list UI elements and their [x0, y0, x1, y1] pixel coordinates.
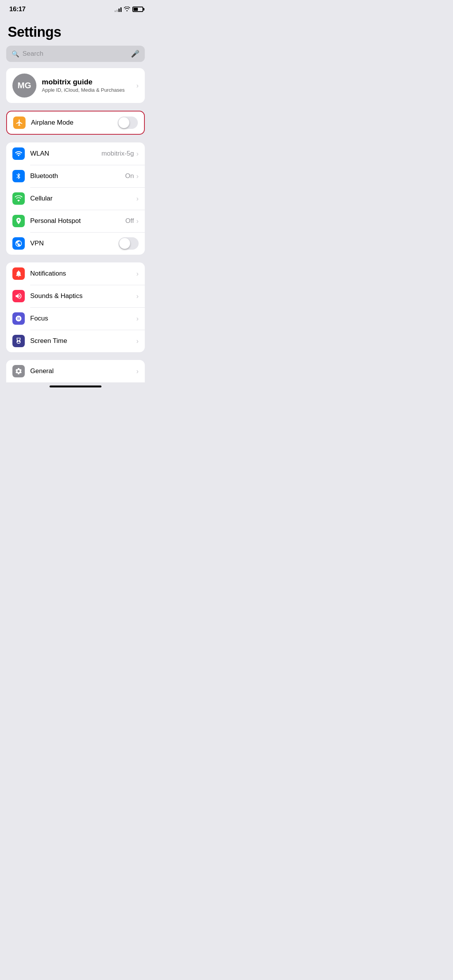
partial-section: General ›: [6, 360, 145, 382]
status-bar: 16:17: [0, 0, 151, 16]
search-container: 🔍 Search 🎤: [0, 46, 151, 68]
signal-bars-icon: [115, 7, 122, 12]
notifications-icon: [12, 267, 25, 280]
home-bar: [50, 385, 101, 387]
screentime-row[interactable]: Screen Time ›: [6, 330, 145, 352]
vpn-row[interactable]: VPN: [6, 232, 145, 255]
general-label: General: [30, 367, 136, 375]
account-section: MG mobitrix guide Apple ID, iCloud, Medi…: [6, 68, 145, 103]
vpn-icon: [12, 237, 25, 250]
cellular-icon: [12, 192, 25, 205]
avatar: MG: [12, 74, 36, 98]
screentime-icon: [12, 335, 25, 347]
bluetooth-icon: [12, 170, 25, 182]
hotspot-chevron-icon: ›: [136, 217, 139, 225]
status-icons: [115, 6, 143, 12]
hotspot-icon: [12, 215, 25, 227]
general-row[interactable]: General ›: [6, 360, 145, 382]
general-section: Notifications › Sounds & Haptics › Focus…: [6, 262, 145, 352]
airplane-mode-icon: [13, 117, 26, 129]
cellular-row[interactable]: Cellular ›: [6, 187, 145, 210]
screentime-chevron-icon: ›: [136, 337, 139, 345]
notifications-label: Notifications: [30, 270, 136, 278]
hotspot-label: Personal Hotspot: [30, 217, 125, 225]
sounds-icon: [12, 290, 25, 302]
bluetooth-row[interactable]: Bluetooth On ›: [6, 165, 145, 187]
hotspot-value: Off: [125, 217, 134, 225]
general-chevron-icon: ›: [136, 367, 139, 375]
wlan-icon: [12, 147, 25, 160]
notifications-chevron-icon: ›: [136, 270, 139, 278]
airplane-mode-label: Airplane Mode: [31, 119, 118, 127]
airplane-mode-section: Airplane Mode: [6, 111, 145, 135]
focus-row[interactable]: Focus ›: [6, 307, 145, 330]
account-name: mobitrix guide: [42, 78, 131, 86]
network-section: WLAN mobitrix-5g › Bluetooth On › Cellul…: [6, 142, 145, 255]
focus-icon: [12, 312, 25, 325]
home-indicator: [0, 382, 151, 389]
wlan-chevron-icon: ›: [136, 150, 139, 158]
airplane-mode-toggle[interactable]: [118, 117, 138, 129]
wlan-label: WLAN: [30, 150, 101, 158]
focus-label: Focus: [30, 315, 136, 322]
vpn-toggle[interactable]: [118, 237, 139, 250]
wlan-value: mobitrix-5g: [101, 150, 134, 158]
bluetooth-label: Bluetooth: [30, 172, 125, 180]
airplane-mode-row[interactable]: Airplane Mode: [7, 111, 144, 134]
focus-chevron-icon: ›: [136, 315, 139, 323]
page-title: Settings: [0, 16, 151, 46]
screentime-label: Screen Time: [30, 337, 136, 345]
microphone-icon[interactable]: 🎤: [131, 50, 139, 58]
search-icon: 🔍: [12, 50, 19, 58]
account-subtitle: Apple ID, iCloud, Media & Purchases: [42, 87, 131, 94]
wlan-row[interactable]: WLAN mobitrix-5g ›: [6, 142, 145, 165]
notifications-row[interactable]: Notifications ›: [6, 262, 145, 285]
sounds-chevron-icon: ›: [136, 292, 139, 300]
cellular-chevron-icon: ›: [136, 195, 139, 203]
account-chevron-icon: ›: [136, 82, 139, 90]
sounds-row[interactable]: Sounds & Haptics ›: [6, 285, 145, 307]
search-input[interactable]: Search: [22, 50, 128, 58]
account-row[interactable]: MG mobitrix guide Apple ID, iCloud, Medi…: [6, 68, 145, 103]
status-time: 16:17: [9, 5, 26, 13]
wifi-status-icon: [124, 6, 130, 12]
bluetooth-chevron-icon: ›: [136, 172, 139, 180]
general-icon: [12, 365, 25, 377]
account-info: mobitrix guide Apple ID, iCloud, Media &…: [42, 78, 131, 94]
cellular-label: Cellular: [30, 195, 136, 202]
sounds-label: Sounds & Haptics: [30, 292, 136, 300]
bluetooth-value: On: [125, 172, 134, 180]
hotspot-row[interactable]: Personal Hotspot Off ›: [6, 210, 145, 232]
search-bar[interactable]: 🔍 Search 🎤: [6, 46, 145, 62]
vpn-label: VPN: [30, 240, 118, 247]
battery-icon: [132, 7, 143, 12]
